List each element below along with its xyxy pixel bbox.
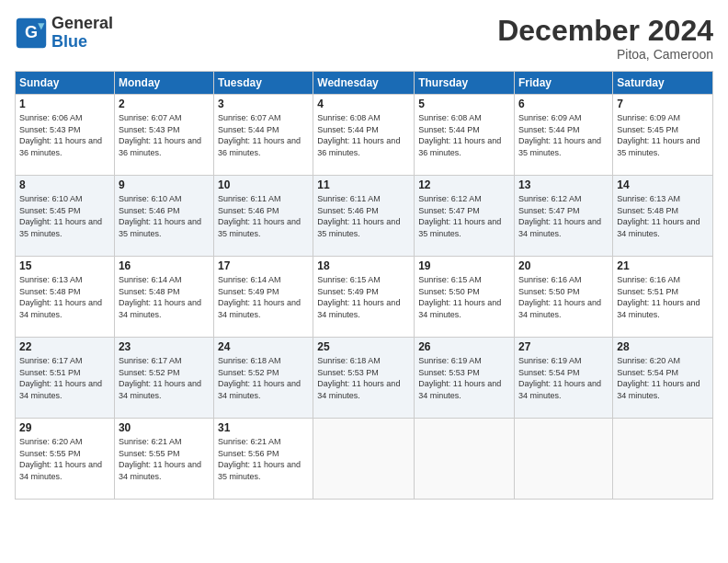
day-28: 28 Sunrise: 6:20 AMSunset: 5:54 PMDaylig… [613,338,713,419]
col-friday: Friday [515,72,613,95]
day-10: 10 Sunrise: 6:11 AMSunset: 5:46 PMDaylig… [214,176,313,257]
empty-cell-1 [313,419,415,500]
day-20: 20 Sunrise: 6:16 AMSunset: 5:50 PMDaylig… [515,257,613,338]
day-22: 22 Sunrise: 6:17 AMSunset: 5:51 PMDaylig… [16,338,115,419]
day-13: 13 Sunrise: 6:12 AMSunset: 5:47 PMDaylig… [515,176,613,257]
col-sunday: Sunday [16,72,115,95]
logo-text: General Blue [51,15,113,52]
day-25: 25 Sunrise: 6:18 AMSunset: 5:53 PMDaylig… [313,338,415,419]
logo-icon: G [15,17,48,50]
calendar-header-row: Sunday Monday Tuesday Wednesday Thursday… [16,72,713,95]
day-26: 26 Sunrise: 6:19 AMSunset: 5:53 PMDaylig… [415,338,515,419]
day-9: 9 Sunrise: 6:10 AMSunset: 5:46 PMDayligh… [114,176,213,257]
day-1: 1 Sunrise: 6:06 AMSunset: 5:43 PMDayligh… [16,95,115,176]
svg-text:G: G [25,23,38,41]
day-12: 12 Sunrise: 6:12 AMSunset: 5:47 PMDaylig… [415,176,515,257]
col-tuesday: Tuesday [214,72,313,95]
week-1: 1 Sunrise: 6:06 AMSunset: 5:43 PMDayligh… [16,95,713,176]
empty-cell-2 [415,419,515,500]
col-monday: Monday [114,72,213,95]
col-wednesday: Wednesday [313,72,415,95]
col-thursday: Thursday [415,72,515,95]
col-saturday: Saturday [613,72,713,95]
week-4: 22 Sunrise: 6:17 AMSunset: 5:51 PMDaylig… [16,338,713,419]
day-30: 30 Sunrise: 6:21 AMSunset: 5:55 PMDaylig… [114,419,213,500]
day-19: 19 Sunrise: 6:15 AMSunset: 5:50 PMDaylig… [415,257,515,338]
day-21: 21 Sunrise: 6:16 AMSunset: 5:51 PMDaylig… [613,257,713,338]
day-16: 16 Sunrise: 6:14 AMSunset: 5:48 PMDaylig… [114,257,213,338]
week-3: 15 Sunrise: 6:13 AMSunset: 5:48 PMDaylig… [16,257,713,338]
day-31: 31 Sunrise: 6:21 AMSunset: 5:56 PMDaylig… [214,419,313,500]
header: G General Blue December 2024 Pitoa, Came… [15,15,713,62]
month-title: December 2024 [497,15,713,47]
day-23: 23 Sunrise: 6:17 AMSunset: 5:52 PMDaylig… [114,338,213,419]
location: Pitoa, Cameroon [497,47,713,62]
title-block: December 2024 Pitoa, Cameroon [497,15,713,62]
day-6: 6 Sunrise: 6:09 AMSunset: 5:44 PMDayligh… [515,95,613,176]
calendar: Sunday Monday Tuesday Wednesday Thursday… [15,71,713,500]
logo-blue: Blue [51,32,87,51]
logo-general: General [51,14,113,32]
day-3: 3 Sunrise: 6:07 AMSunset: 5:44 PMDayligh… [214,95,313,176]
day-14: 14 Sunrise: 6:13 AMSunset: 5:48 PMDaylig… [613,176,713,257]
day-5: 5 Sunrise: 6:08 AMSunset: 5:44 PMDayligh… [415,95,515,176]
week-2: 8 Sunrise: 6:10 AMSunset: 5:45 PMDayligh… [16,176,713,257]
week-5: 29 Sunrise: 6:20 AMSunset: 5:55 PMDaylig… [16,419,713,500]
day-2: 2 Sunrise: 6:07 AMSunset: 5:43 PMDayligh… [114,95,213,176]
logo: G General Blue [15,15,113,52]
day-8: 8 Sunrise: 6:10 AMSunset: 5:45 PMDayligh… [16,176,115,257]
day-29: 29 Sunrise: 6:20 AMSunset: 5:55 PMDaylig… [16,419,115,500]
day-7: 7 Sunrise: 6:09 AMSunset: 5:45 PMDayligh… [613,95,713,176]
page: G General Blue December 2024 Pitoa, Came… [0,0,728,563]
day-27: 27 Sunrise: 6:19 AMSunset: 5:54 PMDaylig… [515,338,613,419]
day-17: 17 Sunrise: 6:14 AMSunset: 5:49 PMDaylig… [214,257,313,338]
empty-cell-4 [613,419,713,500]
day-18: 18 Sunrise: 6:15 AMSunset: 5:49 PMDaylig… [313,257,415,338]
empty-cell-3 [515,419,613,500]
day-15: 15 Sunrise: 6:13 AMSunset: 5:48 PMDaylig… [16,257,115,338]
day-11: 11 Sunrise: 6:11 AMSunset: 5:46 PMDaylig… [313,176,415,257]
day-24: 24 Sunrise: 6:18 AMSunset: 5:52 PMDaylig… [214,338,313,419]
day-4: 4 Sunrise: 6:08 AMSunset: 5:44 PMDayligh… [313,95,415,176]
